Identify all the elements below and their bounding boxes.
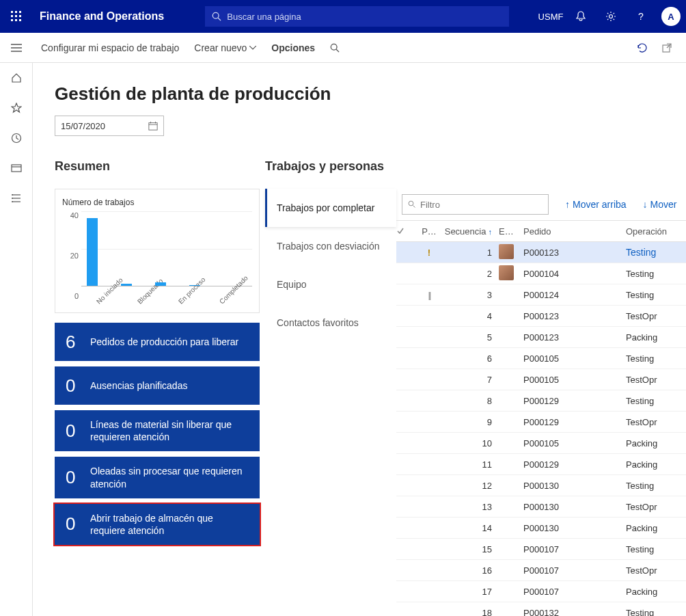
row-sequence: 17	[440, 587, 499, 597]
table-row[interactable]: 5P000123Packing	[396, 327, 686, 348]
col-sequence[interactable]: Secuencia	[440, 226, 499, 237]
search-input[interactable]	[227, 12, 502, 22]
date-field[interactable]: 15/07/2020	[55, 116, 164, 136]
table-row[interactable]: 7P000105TestOpr	[396, 369, 686, 390]
table-row[interactable]: !1P000123Testing	[396, 242, 686, 263]
summary-tile[interactable]: 0Oleadas sin procesar que requieren aten…	[55, 457, 260, 498]
popout-icon[interactable]	[655, 33, 679, 63]
bell-icon[interactable]	[566, 0, 596, 33]
page-title: Gestión de planta de producción	[55, 83, 686, 105]
chart-area: 40200 No iniciadoBloqueadoEn procesoComp…	[62, 211, 252, 307]
row-operation: Packing	[626, 332, 674, 343]
chart-bar	[87, 218, 98, 286]
refresh-icon[interactable]	[630, 33, 655, 63]
svg-line-10	[218, 18, 221, 21]
table-row[interactable]: ||3P000124Testing	[396, 284, 686, 306]
row-sequence: 14	[440, 523, 499, 533]
company-picker[interactable]: USMF	[536, 0, 566, 33]
move-down-button[interactable]: ↓Mover	[643, 199, 677, 210]
svg-line-17	[336, 49, 339, 52]
filter-box[interactable]	[402, 194, 549, 215]
col-checkbox[interactable]	[396, 227, 418, 235]
row-priority: ||	[418, 290, 440, 300]
table-row[interactable]: 14P000130Packing	[396, 518, 686, 539]
table-row[interactable]: 17P000107Packing	[396, 581, 686, 602]
table-row[interactable]: 10P000105Packing	[396, 433, 686, 454]
rail-home-icon[interactable]	[0, 63, 33, 93]
arrow-up-icon: ↑	[565, 199, 570, 210]
create-new-button[interactable]: Crear nuevo	[194, 42, 256, 53]
gear-icon[interactable]	[596, 0, 626, 33]
table-row[interactable]: 4P000123TestOpr	[396, 306, 686, 327]
chevron-down-icon	[249, 46, 256, 50]
user-avatar[interactable]: A	[656, 0, 686, 33]
help-icon[interactable]: ?	[626, 0, 656, 33]
row-order: P000105	[523, 375, 626, 385]
row-order: P000123	[523, 311, 626, 321]
summary-tile[interactable]: 0Abrir trabajo de almacén que requiere a…	[55, 504, 260, 545]
col-operation[interactable]: Operación	[626, 226, 674, 237]
table-row[interactable]: 16P000107TestOpr	[396, 560, 686, 581]
svg-rect-0	[11, 11, 13, 13]
col-employee[interactable]: E…	[499, 226, 523, 237]
table-row[interactable]: 15P000107Testing	[396, 539, 686, 560]
search-box[interactable]	[205, 6, 509, 27]
summary-tile[interactable]: 0Ausencias planificadas	[55, 366, 260, 405]
move-up-button[interactable]: ↑Mover arriba	[565, 199, 627, 210]
row-operation: TestOpr	[626, 502, 674, 512]
table-row[interactable]: 18P000132Testing	[396, 602, 686, 616]
arrow-down-icon: ↓	[643, 199, 648, 210]
row-operation: Testing	[626, 608, 674, 617]
row-sequence: 13	[440, 502, 499, 512]
col-order[interactable]: Pedido	[523, 226, 626, 237]
table-row[interactable]: 12P000130Testing	[396, 475, 686, 496]
summary-tile[interactable]: 6Pedidos de producción para liberar	[55, 323, 260, 361]
row-order: P000129	[523, 417, 626, 427]
table-row[interactable]: 8P000129Testing	[396, 390, 686, 412]
filter-input[interactable]	[420, 200, 543, 210]
summary-tiles: 6Pedidos de producción para liberar0Ause…	[55, 323, 260, 545]
hamburger-icon[interactable]	[0, 33, 33, 63]
trabajos-heading: Trabajos y personas	[265, 159, 686, 174]
rail-recent-icon[interactable]	[0, 123, 33, 153]
tile-label: Líneas de material sin liberar que requi…	[90, 418, 249, 443]
tab[interactable]: Trabajos con desviación	[265, 227, 396, 265]
rail-modules-icon[interactable]	[0, 183, 33, 213]
row-order: P000130	[523, 502, 626, 512]
row-operation: Packing	[626, 459, 674, 470]
resumen-panel: Resumen Número de trabajos 40200 No inic…	[55, 159, 260, 616]
tile-label: Ausencias planificadas	[90, 379, 249, 392]
row-priority: !	[418, 247, 440, 258]
action-search-icon[interactable]	[330, 43, 340, 53]
svg-rect-4	[15, 15, 17, 17]
svg-rect-5	[19, 15, 21, 17]
row-order: P000107	[523, 565, 626, 576]
table-row[interactable]: 11P000129Packing	[396, 454, 686, 475]
main-content: Gestión de planta de producción 15/07/20…	[33, 63, 686, 616]
configure-workspace-button[interactable]: Configurar mi espacio de trabajo	[41, 42, 179, 53]
waffle-icon[interactable]	[0, 0, 33, 33]
row-order: P000107	[523, 544, 626, 554]
tab[interactable]: Trabajos por completar	[265, 189, 396, 227]
tab[interactable]: Contactos favoritos	[265, 304, 396, 342]
options-button[interactable]: Opciones	[271, 42, 315, 53]
row-operation: TestOpr	[626, 375, 674, 385]
table-row[interactable]: 9P000129TestOpr	[396, 412, 686, 433]
chart-card: Número de trabajos 40200 No iniciadoBloq…	[55, 189, 260, 313]
row-sequence: 11	[440, 459, 499, 470]
rail-workspace-icon[interactable]	[0, 153, 33, 183]
summary-tile[interactable]: 0Líneas de material sin liberar que requ…	[55, 410, 260, 451]
search-icon	[408, 200, 416, 209]
tab[interactable]: Equipo	[265, 265, 396, 304]
row-operation: TestOpr	[626, 565, 674, 576]
table-row[interactable]: 2P000104Testing	[396, 263, 686, 284]
svg-rect-6	[11, 19, 13, 21]
employee-avatar	[499, 265, 514, 280]
rail-star-icon[interactable]	[0, 93, 33, 123]
row-sequence: 1	[440, 247, 499, 258]
table-row[interactable]: 13P000130TestOpr	[396, 496, 686, 518]
chart-bar	[155, 282, 166, 286]
row-order: P000107	[523, 587, 626, 597]
col-priority[interactable]: P…	[418, 226, 440, 237]
table-row[interactable]: 6P000105Testing	[396, 348, 686, 369]
